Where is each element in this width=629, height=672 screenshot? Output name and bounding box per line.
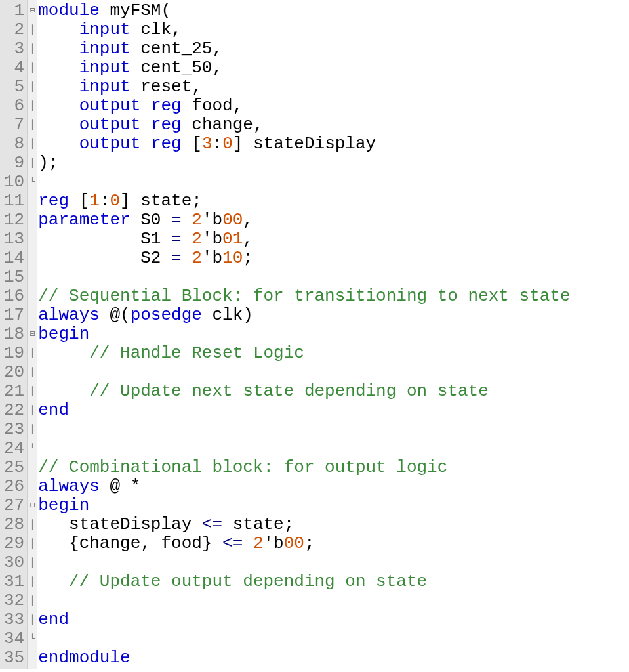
line-number: 23: [4, 420, 24, 439]
code-line[interactable]: S1 = 2'b01,: [38, 230, 629, 249]
token-kw: parameter: [38, 210, 130, 230]
token-num: 3: [202, 134, 213, 154]
code-line[interactable]: [38, 420, 629, 439]
token-txt: [140, 134, 151, 154]
code-line[interactable]: input cent_25,: [38, 39, 629, 58]
token-kw: end: [38, 400, 69, 420]
code-line[interactable]: always @(posedge clk): [38, 306, 629, 325]
code-editor[interactable]: 1 2 3 4 5 6 7 8 910111213141516171819202…: [0, 0, 629, 669]
code-content[interactable]: module myFSM( input clk, input cent_25, …: [37, 0, 629, 669]
code-line[interactable]: // Update next state depending on state: [38, 382, 629, 401]
token-txt: [38, 134, 79, 154]
fold-toggle-icon[interactable]: ⊟: [28, 496, 37, 515]
token-txt: [: [182, 134, 202, 154]
line-number: 29: [4, 534, 24, 553]
fold-guide: │: [28, 610, 37, 629]
token-txt: [38, 39, 79, 58]
code-line[interactable]: begin: [38, 496, 629, 515]
token-txt: [38, 115, 79, 135]
token-txt: [182, 229, 192, 249]
token-kw: input: [79, 39, 131, 58]
fold-guide: │: [28, 515, 37, 534]
token-txt: clk,: [131, 20, 182, 39]
token-kw: module: [38, 1, 100, 20]
token-txt: ] stateDisplay: [233, 134, 376, 154]
token-txt: [38, 572, 69, 591]
code-line[interactable]: [38, 173, 629, 192]
token-kw: output: [79, 134, 141, 154]
code-line[interactable]: {change, food} <= 2'b00;: [38, 534, 629, 553]
code-line[interactable]: input reset,: [38, 77, 629, 96]
token-txt: :: [100, 191, 110, 211]
code-line[interactable]: input clk,: [38, 20, 629, 39]
code-line[interactable]: end: [38, 610, 629, 629]
code-line[interactable]: always @ *: [38, 477, 629, 496]
line-number-gutter: 1 2 3 4 5 6 7 8 910111213141516171819202…: [0, 0, 28, 669]
token-num: 2: [192, 210, 202, 230]
code-line[interactable]: [38, 591, 629, 610]
line-number: 21: [4, 382, 24, 401]
code-line[interactable]: S2 = 2'b10;: [38, 249, 629, 268]
fold-column[interactable]: ⊟││││││││└⊟│││││└⊟││││││└: [28, 0, 37, 669]
code-line[interactable]: input cent_50,: [38, 58, 629, 77]
code-line[interactable]: output reg change,: [38, 116, 629, 135]
token-txt: stateDisplay: [38, 514, 202, 534]
code-line[interactable]: begin: [38, 325, 629, 344]
token-num: 01: [222, 229, 243, 249]
line-number: 1: [4, 1, 24, 20]
token-num: 2: [192, 248, 202, 268]
token-txt: food,: [182, 96, 243, 116]
fold-guide: │: [28, 154, 37, 173]
token-txt: [243, 534, 253, 553]
token-op: =: [171, 210, 182, 230]
fold-guide: │: [28, 534, 37, 553]
code-line[interactable]: // Handle Reset Logic: [38, 344, 629, 363]
code-line[interactable]: stateDisplay <= state;: [38, 515, 629, 534]
token-txt: [: [69, 191, 89, 211]
token-txt: @(: [100, 305, 131, 325]
fold-guide: │: [28, 58, 37, 77]
code-line[interactable]: [38, 268, 629, 287]
code-line[interactable]: // Update output depending on state: [38, 572, 629, 591]
code-line[interactable]: [38, 439, 629, 458]
token-kw: reg: [38, 191, 69, 211]
fold-guide: │: [28, 20, 37, 39]
code-line[interactable]: endmodule: [38, 648, 629, 667]
code-line[interactable]: // Sequential Block: for transitioning t…: [38, 287, 629, 306]
fold-toggle-icon[interactable]: ⊟: [28, 325, 37, 344]
code-line[interactable]: [38, 553, 629, 572]
token-kw: end: [38, 610, 69, 629]
fold-toggle-icon[interactable]: ⊟: [28, 1, 37, 20]
fold-guide: │: [28, 344, 37, 363]
token-kw: endmodule: [38, 648, 130, 667]
code-line[interactable]: parameter S0 = 2'b00,: [38, 211, 629, 230]
line-number: 26: [4, 477, 24, 496]
fold-guide: │: [28, 116, 37, 135]
token-cmt: // Update next state depending on state: [89, 381, 489, 401]
token-op: =: [171, 248, 182, 268]
token-txt: [140, 96, 151, 116]
line-number: 16: [4, 287, 24, 306]
token-txt: [182, 210, 192, 230]
token-txt: cent_25,: [131, 39, 222, 58]
line-number: 20: [4, 363, 24, 382]
code-line[interactable]: reg [1:0] state;: [38, 192, 629, 211]
token-op: <=: [222, 534, 243, 553]
token-kw: reg: [151, 115, 182, 135]
token-txt: change,: [182, 115, 264, 135]
line-number: 14: [4, 249, 24, 268]
fold-guide: │: [28, 572, 37, 591]
code-line[interactable]: [38, 363, 629, 382]
code-line[interactable]: // Combinational block: for output logic: [38, 458, 629, 477]
token-txt: cent_50,: [131, 58, 222, 77]
code-line[interactable]: );: [38, 154, 629, 173]
code-line[interactable]: [38, 629, 629, 648]
code-line[interactable]: output reg food,: [38, 96, 629, 116]
token-txt: );: [38, 153, 58, 173]
code-line[interactable]: end: [38, 401, 629, 420]
token-kw: posedge: [131, 305, 202, 325]
code-line[interactable]: module myFSM(: [38, 1, 629, 20]
line-number: 35: [4, 648, 24, 667]
token-txt: [140, 115, 151, 135]
code-line[interactable]: output reg [3:0] stateDisplay: [38, 135, 629, 154]
